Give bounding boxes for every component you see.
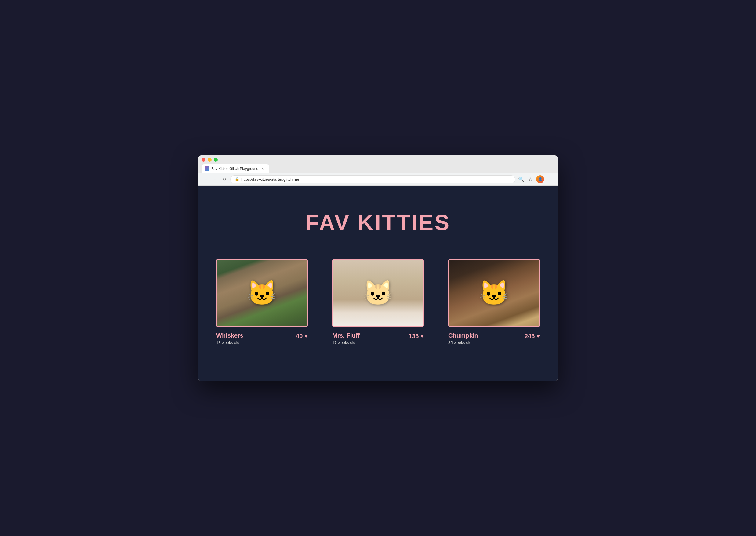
kitty-info-whiskers: Whiskers 13 weeks old 40 ♥	[216, 332, 308, 345]
bookmark-button[interactable]: ☆	[527, 176, 534, 183]
page-content: FAV KITTIES Whiskers 13 weeks old 40 ♥	[198, 185, 558, 381]
vote-count-mrs-fluff: 135	[408, 333, 419, 340]
url-text: https://fav-kitties-starter.glitch.me	[241, 177, 299, 182]
traffic-lights	[201, 158, 555, 162]
kitty-image-whiskers[interactable]	[216, 259, 308, 327]
tab-favicon	[205, 166, 209, 171]
reload-button[interactable]: ↻	[221, 176, 228, 183]
maximize-button[interactable]	[214, 158, 218, 162]
vote-count-whiskers: 40	[296, 333, 303, 340]
browser-window: Fav Kitties Glitch Playground × + ← → ↻ …	[198, 155, 558, 381]
kitty-image-mrs-fluff[interactable]	[332, 259, 424, 327]
kitty-text-chumpkin: Chumpkin 35 weeks old	[448, 332, 478, 345]
new-tab-button[interactable]: +	[270, 164, 278, 173]
kitties-grid: Whiskers 13 weeks old 40 ♥ Mrs. Fluff	[216, 259, 540, 345]
heart-icon-whiskers: ♥	[304, 333, 308, 339]
address-bar: ← → ↻ 🔒 https://fav-kitties-starter.glit…	[198, 173, 558, 185]
reload-icon: ↻	[223, 177, 226, 182]
cat-photo-chumpkin	[449, 260, 539, 326]
tab-close-button[interactable]: ×	[260, 166, 265, 171]
kitty-age-chumpkin: 35 weeks old	[448, 340, 478, 345]
cat-photo-whiskers	[217, 260, 307, 326]
kitty-card-whiskers: Whiskers 13 weeks old 40 ♥	[216, 259, 308, 345]
kitty-info-chumpkin: Chumpkin 35 weeks old 245 ♥	[448, 332, 540, 345]
kitty-text-mrs-fluff: Mrs. Fluff 17 weeks old	[332, 332, 360, 345]
kitty-name-mrs-fluff: Mrs. Fluff	[332, 332, 360, 339]
minimize-button[interactable]	[208, 158, 212, 162]
active-tab[interactable]: Fav Kitties Glitch Playground ×	[201, 164, 269, 173]
toolbar-right: 🔍 ☆ 👤 ⋮	[518, 175, 553, 183]
kitty-text-whiskers: Whiskers 13 weeks old	[216, 332, 243, 345]
kitty-votes-mrs-fluff[interactable]: 135 ♥	[408, 333, 424, 340]
cat-photo-mrs-fluff	[333, 260, 423, 326]
vote-count-chumpkin: 245	[525, 333, 534, 340]
page-title: FAV KITTIES	[306, 210, 451, 235]
menu-button[interactable]: ⋮	[547, 176, 553, 183]
profile-avatar[interactable]: 👤	[536, 175, 544, 183]
heart-icon-mrs-fluff: ♥	[421, 333, 424, 339]
lock-icon: 🔒	[235, 177, 239, 181]
url-bar[interactable]: 🔒 https://fav-kitties-starter.glitch.me	[230, 175, 515, 184]
kitty-info-mrs-fluff: Mrs. Fluff 17 weeks old 135 ♥	[332, 332, 424, 345]
kitty-age-mrs-fluff: 17 weeks old	[332, 340, 360, 345]
kitty-votes-chumpkin[interactable]: 245 ♥	[525, 333, 540, 340]
tabs-row: Fav Kitties Glitch Playground × +	[201, 164, 555, 173]
kitty-image-chumpkin[interactable]	[448, 259, 540, 327]
heart-icon-chumpkin: ♥	[536, 333, 540, 339]
kitty-card-mrs-fluff: Mrs. Fluff 17 weeks old 135 ♥	[332, 259, 424, 345]
search-button[interactable]: 🔍	[518, 176, 525, 183]
kitty-name-chumpkin: Chumpkin	[448, 332, 478, 339]
close-button[interactable]	[201, 158, 205, 162]
back-button[interactable]: ←	[203, 176, 209, 183]
kitty-name-whiskers: Whiskers	[216, 332, 243, 339]
kitty-votes-whiskers[interactable]: 40 ♥	[296, 333, 308, 340]
forward-button[interactable]: →	[212, 176, 219, 183]
back-icon: ←	[204, 177, 208, 182]
tab-title-text: Fav Kitties Glitch Playground	[211, 167, 258, 171]
title-bar: Fav Kitties Glitch Playground × +	[198, 155, 558, 173]
kitty-card-chumpkin: Chumpkin 35 weeks old 245 ♥	[448, 259, 540, 345]
forward-icon: →	[213, 177, 218, 182]
kitty-age-whiskers: 13 weeks old	[216, 340, 243, 345]
